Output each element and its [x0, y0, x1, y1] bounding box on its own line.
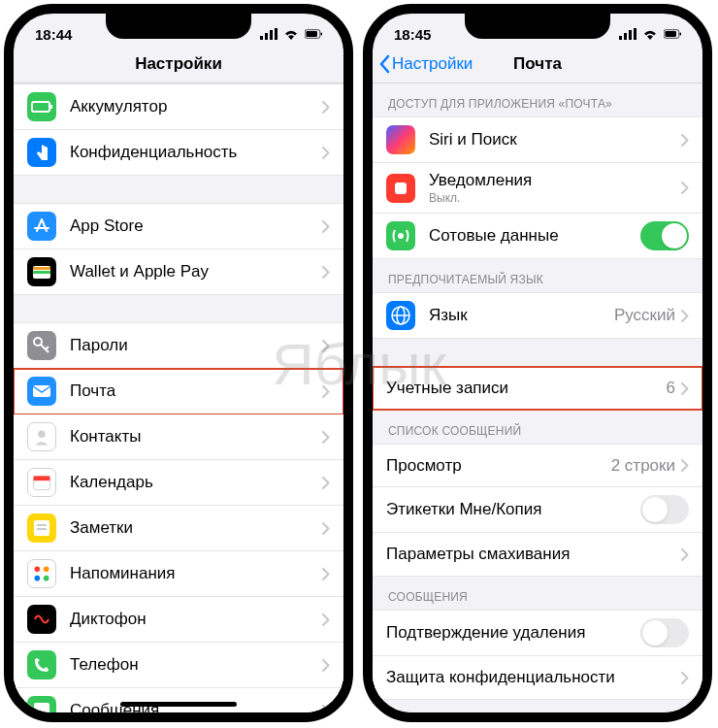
- svg-point-37: [398, 233, 404, 239]
- settings-row-voice[interactable]: Диктофон: [14, 597, 343, 643]
- status-time: 18:45: [394, 26, 431, 43]
- hand-icon: [27, 138, 56, 167]
- svg-rect-2: [270, 30, 273, 40]
- settings-row-mail[interactable]: Почта: [14, 369, 343, 414]
- row-list-item[interactable]: Этикетки Мне/Копия: [373, 487, 702, 533]
- status-time: 18:44: [35, 26, 72, 43]
- cell-icon: [386, 221, 415, 250]
- settings-row-reminders[interactable]: Напоминания: [14, 551, 343, 597]
- section-header-lang: ПРЕДПОЧИТАЕМЫЙ ЯЗЫК: [373, 259, 702, 292]
- row-list-item[interactable]: Параметры смахивания: [373, 533, 702, 576]
- chevron-right-icon: [322, 340, 330, 352]
- row-label: App Store: [70, 216, 322, 236]
- row-notif[interactable]: УведомленияВыкл.: [373, 163, 702, 214]
- chevron-right-icon: [681, 548, 689, 561]
- settings-row-hand[interactable]: Конфиденциальность: [14, 130, 343, 175]
- settings-row-appstore[interactable]: App Store: [14, 204, 343, 249]
- phone-right: 18:45 Настройки Почта ДОСТУП ДЛЯ ПРИЛОЖЕ…: [363, 4, 712, 722]
- wallet-icon: [27, 257, 56, 286]
- row-value: 6: [667, 379, 675, 398]
- nav-bar: Настройки: [14, 49, 343, 83]
- battery-icon: [305, 28, 322, 40]
- row-language[interactable]: Язык Русский: [373, 293, 702, 338]
- svg-point-14: [38, 430, 45, 437]
- settings-row-wallet[interactable]: Wallet и Apple Pay: [14, 249, 343, 294]
- svg-rect-30: [624, 33, 627, 40]
- row-value: Русский: [614, 306, 675, 325]
- row-cell[interactable]: Сотовые данные: [373, 214, 702, 258]
- settings-row-phone[interactable]: Телефон: [14, 643, 343, 688]
- row-label: Почта: [70, 381, 322, 401]
- svg-rect-32: [634, 28, 636, 40]
- siri-icon: [386, 125, 415, 154]
- settings-row-notes[interactable]: Заметки: [14, 506, 343, 551]
- chevron-right-icon: [681, 310, 689, 322]
- messages-icon: [27, 696, 56, 712]
- reminders-icon: [27, 559, 56, 588]
- row-label: Язык: [429, 306, 614, 325]
- settings-row-messages[interactable]: Сообщения: [14, 688, 343, 712]
- settings-row-battery[interactable]: Аккумулятор: [14, 84, 343, 130]
- row-label: Учетные записи: [386, 379, 667, 398]
- chevron-right-icon: [322, 431, 330, 444]
- chevron-right-icon: [681, 182, 689, 194]
- row-label: Аккумулятор: [70, 97, 322, 116]
- svg-point-20: [35, 567, 41, 573]
- svg-rect-31: [629, 30, 632, 40]
- back-button[interactable]: Настройки: [378, 54, 473, 74]
- row-label: Диктофон: [70, 610, 322, 629]
- row-label: Пароли: [70, 336, 322, 355]
- row-list-item[interactable]: Просмотр 2 строки: [373, 445, 702, 487]
- toggle[interactable]: [640, 618, 689, 647]
- row-label: Параметры смахивания: [386, 545, 681, 564]
- row-label: Защита конфиденциальности: [386, 668, 681, 687]
- globe-icon: [386, 301, 415, 330]
- notif-icon: [386, 174, 415, 203]
- row-label: Уведомления: [429, 171, 681, 190]
- row-label: Конфиденциальность: [70, 143, 322, 162]
- row-messages-item[interactable]: Подтверждение удаления: [373, 611, 702, 656]
- row-messages-item[interactable]: Защита конфиденциальности: [373, 656, 702, 699]
- chevron-right-icon: [322, 477, 330, 489]
- settings-row-key[interactable]: Пароли: [14, 323, 343, 369]
- phone-icon: [27, 650, 56, 679]
- settings-row-contacts[interactable]: Контакты: [14, 414, 343, 460]
- wifi-icon: [641, 28, 659, 40]
- toggle[interactable]: [640, 221, 689, 250]
- section-header-access: ДОСТУП ДЛЯ ПРИЛОЖЕНИЯ «ПОЧТА»: [373, 83, 702, 116]
- section-header-list: СПИСОК СООБЩЕНИЙ: [373, 411, 702, 444]
- svg-rect-7: [32, 102, 49, 112]
- chevron-right-icon: [322, 266, 330, 279]
- settings-content[interactable]: Аккумулятор Конфиденциальность App Store…: [14, 83, 343, 712]
- settings-row-calendar[interactable]: Календарь: [14, 460, 343, 506]
- mail-icon: [27, 377, 56, 406]
- chevron-right-icon: [681, 382, 689, 395]
- svg-rect-29: [619, 36, 622, 40]
- svg-point-22: [35, 576, 41, 581]
- signal-icon: [260, 28, 277, 40]
- row-siri[interactable]: Siri и Поиск: [373, 117, 702, 163]
- row-label: Сотовые данные: [429, 226, 640, 246]
- row-accounts[interactable]: Учетные записи 6: [373, 367, 702, 410]
- mail-content[interactable]: ДОСТУП ДЛЯ ПРИЛОЖЕНИЯ «ПОЧТА» Siri и Пои…: [373, 83, 702, 712]
- svg-rect-5: [306, 31, 317, 37]
- back-label: Настройки: [392, 54, 473, 74]
- battery-icon: [27, 92, 56, 121]
- toggle[interactable]: [640, 495, 689, 524]
- svg-rect-8: [50, 105, 52, 109]
- status-icons: [260, 28, 322, 40]
- notes-icon: [27, 513, 56, 543]
- svg-rect-11: [33, 271, 50, 274]
- chevron-right-icon: [681, 459, 689, 472]
- battery-icon: [664, 28, 681, 40]
- chevron-right-icon: [322, 705, 330, 713]
- svg-rect-3: [275, 28, 277, 40]
- home-indicator[interactable]: [120, 702, 237, 707]
- svg-rect-16: [34, 476, 50, 480]
- chevron-right-icon: [322, 101, 330, 114]
- svg-rect-1: [265, 33, 268, 40]
- chevron-right-icon: [322, 385, 330, 398]
- contacts-icon: [27, 422, 56, 451]
- chevron-right-icon: [681, 672, 689, 684]
- svg-point-21: [44, 567, 49, 573]
